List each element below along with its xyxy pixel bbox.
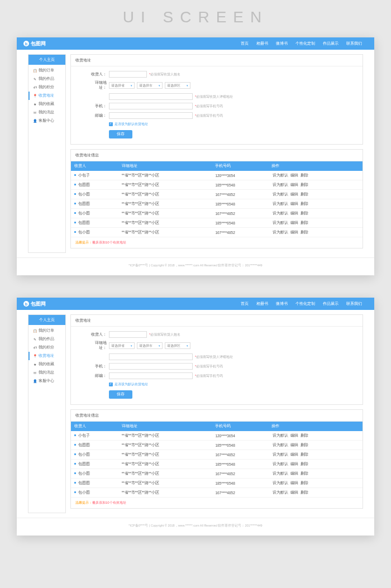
edit-link[interactable]: 编辑 <box>290 211 298 215</box>
nav-item-0[interactable]: 首页 <box>241 302 249 307</box>
logo[interactable]: b包图网 <box>23 300 46 308</box>
sidebar-item-0[interactable]: 📋我的订单 <box>28 66 65 75</box>
set-default-link[interactable]: 设为默认 <box>273 443 288 447</box>
sidebar-item-6[interactable]: 👤客服中心 <box>28 377 65 385</box>
edit-link[interactable]: 编辑 <box>290 462 298 466</box>
set-default-link[interactable]: 设为默认 <box>273 183 288 187</box>
sidebar-item-1[interactable]: ✎我的作品 <box>28 335 65 343</box>
recipient-input[interactable] <box>109 331 147 338</box>
nav-item-2[interactable]: 微博书 <box>276 302 288 307</box>
set-default-link[interactable]: 设为默认 <box>273 230 288 234</box>
district-select[interactable]: 请选择区▾ <box>165 342 190 349</box>
edit-link[interactable]: 编辑 <box>290 490 298 494</box>
nav-item-0[interactable]: 首页 <box>241 41 249 46</box>
bullet-icon <box>74 434 76 436</box>
cell-name: 包图图 <box>78 481 90 485</box>
delete-link[interactable]: 删除 <box>301 202 308 205</box>
save-button[interactable]: 保存 <box>109 390 132 399</box>
table-row: 包小图**省**市**区**路**小区167****4852设为默认编辑删除 <box>71 450 363 460</box>
delete-link[interactable]: 删除 <box>301 471 308 475</box>
delete-link[interactable]: 删除 <box>301 462 308 466</box>
zip-input[interactable] <box>109 372 193 379</box>
sidebar-item-3[interactable]: 📍收货地址 <box>28 92 65 100</box>
province-select[interactable]: 请选择省▾ <box>109 82 135 89</box>
sidebar-item-5[interactable]: ✉我的消息 <box>28 108 65 117</box>
detail-address-input[interactable] <box>109 93 193 100</box>
default-checkbox-row[interactable]: 是否设为默认收货地址 <box>109 122 357 127</box>
delete-link[interactable]: 删除 <box>301 481 308 485</box>
delete-link[interactable]: 删除 <box>301 433 308 437</box>
sidebar-item-6[interactable]: 👤客服中心 <box>28 117 65 125</box>
sidebar-item-2[interactable]: 🏷我的积分 <box>28 83 65 92</box>
set-default-link[interactable]: 设为默认 <box>273 452 288 456</box>
delete-link[interactable]: 删除 <box>301 173 308 177</box>
set-default-link[interactable]: 设为默认 <box>273 211 288 215</box>
set-default-link[interactable]: 设为默认 <box>273 221 288 224</box>
set-default-link[interactable]: 设为默认 <box>273 202 288 205</box>
logo-text: 包图网 <box>31 300 46 308</box>
delete-link[interactable]: 删除 <box>301 192 308 196</box>
delete-link[interactable]: 删除 <box>301 230 308 234</box>
edit-link[interactable]: 编辑 <box>290 452 298 456</box>
chevron-down-icon: ▾ <box>187 344 188 347</box>
set-default-link[interactable]: 设为默认 <box>273 173 288 177</box>
cell-name: 包图图 <box>78 221 90 224</box>
delete-link[interactable]: 删除 <box>301 221 308 224</box>
nav-item-5[interactable]: 联系我们 <box>346 302 362 307</box>
logo-icon: b <box>23 301 29 307</box>
nav-item-1[interactable]: 相册书 <box>256 41 268 46</box>
delete-link[interactable]: 删除 <box>301 211 308 215</box>
set-default-link[interactable]: 设为默认 <box>273 490 288 494</box>
nav-item-3[interactable]: 个性化定制 <box>295 302 315 307</box>
sidebar-item-2[interactable]: 🏷我的积分 <box>28 343 65 352</box>
save-button[interactable]: 保存 <box>109 130 132 138</box>
delete-link[interactable]: 删除 <box>301 452 308 456</box>
set-default-link[interactable]: 设为默认 <box>273 462 288 466</box>
edit-link[interactable]: 编辑 <box>290 471 298 475</box>
edit-link[interactable]: 编辑 <box>290 433 298 437</box>
sidebar-item-0[interactable]: 📋我的订单 <box>28 327 65 335</box>
address-table: 收货人详细地址手机号码操作小包子**省**市**区**路**小区120****3… <box>71 161 363 237</box>
set-default-link[interactable]: 设为默认 <box>273 481 288 485</box>
nav-item-3[interactable]: 个性化定制 <box>295 41 315 46</box>
city-select[interactable]: 请选择市▾ <box>137 82 163 89</box>
cell-address: **省**市**区**路**小区 <box>118 171 212 180</box>
phone-input[interactable] <box>109 363 193 370</box>
nav-item-5[interactable]: 联系我们 <box>346 41 362 46</box>
delete-link[interactable]: 删除 <box>301 183 308 187</box>
edit-link[interactable]: 编辑 <box>290 221 298 224</box>
sidebar-item-label: 收货地址 <box>39 353 54 358</box>
province-select[interactable]: 请选择省▾ <box>109 342 135 349</box>
delete-link[interactable]: 删除 <box>301 490 308 494</box>
sidebar-item-4[interactable]: ★我的收藏 <box>28 100 65 108</box>
set-default-link[interactable]: 设为默认 <box>273 192 288 196</box>
edit-link[interactable]: 编辑 <box>290 173 298 177</box>
nav-item-2[interactable]: 微博书 <box>276 41 288 46</box>
cell-name: 包图图 <box>78 443 90 447</box>
nav-item-4[interactable]: 作品展示 <box>323 41 338 46</box>
sidebar-item-5[interactable]: ✉我的消息 <box>28 369 65 377</box>
set-default-link[interactable]: 设为默认 <box>273 471 288 475</box>
edit-link[interactable]: 编辑 <box>290 202 298 205</box>
sidebar-item-4[interactable]: ★我的收藏 <box>28 360 65 369</box>
nav-item-1[interactable]: 相册书 <box>256 302 268 307</box>
set-default-link[interactable]: 设为默认 <box>273 433 288 437</box>
edit-link[interactable]: 编辑 <box>290 443 298 447</box>
district-select[interactable]: 请选择区▾ <box>165 82 190 89</box>
detail-address-input[interactable] <box>109 353 193 360</box>
edit-link[interactable]: 编辑 <box>290 192 298 196</box>
edit-link[interactable]: 编辑 <box>290 481 298 485</box>
sidebar-item-1[interactable]: ✎我的作品 <box>28 75 65 83</box>
zip-input[interactable] <box>109 112 193 119</box>
recipient-input[interactable] <box>109 71 147 78</box>
nav-item-4[interactable]: 作品展示 <box>323 302 338 307</box>
sidebar-icon: ★ <box>33 102 37 106</box>
edit-link[interactable]: 编辑 <box>290 230 298 234</box>
edit-link[interactable]: 编辑 <box>290 183 298 187</box>
delete-link[interactable]: 删除 <box>301 443 308 447</box>
logo[interactable]: b包图网 <box>23 40 46 47</box>
phone-input[interactable] <box>109 103 193 109</box>
default-checkbox-row[interactable]: 是否设为默认收货地址 <box>109 382 357 387</box>
city-select[interactable]: 请选择市▾ <box>137 342 163 349</box>
sidebar-item-3[interactable]: 📍收货地址 <box>28 352 65 360</box>
